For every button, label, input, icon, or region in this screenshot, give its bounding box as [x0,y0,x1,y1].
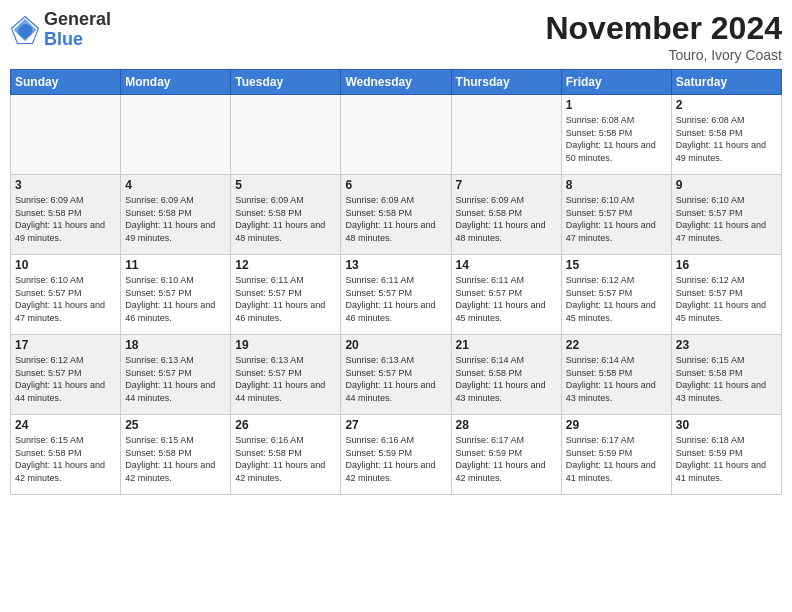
day-number: 11 [125,258,226,272]
day-number: 12 [235,258,336,272]
day-info: Sunrise: 6:12 AM Sunset: 5:57 PM Dayligh… [676,274,777,324]
calendar-header-row: SundayMondayTuesdayWednesdayThursdayFrid… [11,70,782,95]
calendar-cell: 22Sunrise: 6:14 AM Sunset: 5:58 PM Dayli… [561,335,671,415]
day-number: 6 [345,178,446,192]
day-header-thursday: Thursday [451,70,561,95]
day-number: 10 [15,258,116,272]
day-info: Sunrise: 6:13 AM Sunset: 5:57 PM Dayligh… [235,354,336,404]
day-number: 30 [676,418,777,432]
day-number: 14 [456,258,557,272]
day-number: 16 [676,258,777,272]
calendar-cell: 27Sunrise: 6:16 AM Sunset: 5:59 PM Dayli… [341,415,451,495]
month-title: November 2024 [545,10,782,47]
location-subtitle: Touro, Ivory Coast [545,47,782,63]
day-info: Sunrise: 6:08 AM Sunset: 5:58 PM Dayligh… [676,114,777,164]
day-info: Sunrise: 6:08 AM Sunset: 5:58 PM Dayligh… [566,114,667,164]
calendar-cell: 12Sunrise: 6:11 AM Sunset: 5:57 PM Dayli… [231,255,341,335]
calendar-cell: 20Sunrise: 6:13 AM Sunset: 5:57 PM Dayli… [341,335,451,415]
calendar-cell: 11Sunrise: 6:10 AM Sunset: 5:57 PM Dayli… [121,255,231,335]
day-info: Sunrise: 6:13 AM Sunset: 5:57 PM Dayligh… [345,354,446,404]
day-number: 25 [125,418,226,432]
calendar-cell: 8Sunrise: 6:10 AM Sunset: 5:57 PM Daylig… [561,175,671,255]
day-number: 27 [345,418,446,432]
day-header-tuesday: Tuesday [231,70,341,95]
calendar-cell: 4Sunrise: 6:09 AM Sunset: 5:58 PM Daylig… [121,175,231,255]
calendar-cell: 6Sunrise: 6:09 AM Sunset: 5:58 PM Daylig… [341,175,451,255]
day-info: Sunrise: 6:16 AM Sunset: 5:59 PM Dayligh… [345,434,446,484]
day-info: Sunrise: 6:10 AM Sunset: 5:57 PM Dayligh… [566,194,667,244]
day-info: Sunrise: 6:09 AM Sunset: 5:58 PM Dayligh… [125,194,226,244]
day-number: 19 [235,338,336,352]
calendar-cell [11,95,121,175]
page-header: General Blue November 2024 Touro, Ivory … [10,10,782,63]
calendar-cell: 23Sunrise: 6:15 AM Sunset: 5:58 PM Dayli… [671,335,781,415]
day-info: Sunrise: 6:11 AM Sunset: 5:57 PM Dayligh… [235,274,336,324]
logo-icon [10,15,40,45]
day-number: 22 [566,338,667,352]
calendar-cell [231,95,341,175]
calendar-cell: 21Sunrise: 6:14 AM Sunset: 5:58 PM Dayli… [451,335,561,415]
calendar-cell: 29Sunrise: 6:17 AM Sunset: 5:59 PM Dayli… [561,415,671,495]
day-number: 13 [345,258,446,272]
day-info: Sunrise: 6:16 AM Sunset: 5:58 PM Dayligh… [235,434,336,484]
day-info: Sunrise: 6:12 AM Sunset: 5:57 PM Dayligh… [566,274,667,324]
day-number: 7 [456,178,557,192]
day-header-saturday: Saturday [671,70,781,95]
day-number: 21 [456,338,557,352]
day-header-sunday: Sunday [11,70,121,95]
week-row-4: 17Sunrise: 6:12 AM Sunset: 5:57 PM Dayli… [11,335,782,415]
day-header-wednesday: Wednesday [341,70,451,95]
week-row-2: 3Sunrise: 6:09 AM Sunset: 5:58 PM Daylig… [11,175,782,255]
day-number: 18 [125,338,226,352]
calendar-cell: 1Sunrise: 6:08 AM Sunset: 5:58 PM Daylig… [561,95,671,175]
day-number: 24 [15,418,116,432]
day-number: 26 [235,418,336,432]
day-header-friday: Friday [561,70,671,95]
calendar-cell: 7Sunrise: 6:09 AM Sunset: 5:58 PM Daylig… [451,175,561,255]
calendar-cell: 19Sunrise: 6:13 AM Sunset: 5:57 PM Dayli… [231,335,341,415]
day-info: Sunrise: 6:12 AM Sunset: 5:57 PM Dayligh… [15,354,116,404]
day-number: 1 [566,98,667,112]
day-info: Sunrise: 6:11 AM Sunset: 5:57 PM Dayligh… [345,274,446,324]
day-number: 5 [235,178,336,192]
day-info: Sunrise: 6:10 AM Sunset: 5:57 PM Dayligh… [15,274,116,324]
day-info: Sunrise: 6:09 AM Sunset: 5:58 PM Dayligh… [456,194,557,244]
day-number: 4 [125,178,226,192]
day-number: 3 [15,178,116,192]
day-number: 29 [566,418,667,432]
week-row-3: 10Sunrise: 6:10 AM Sunset: 5:57 PM Dayli… [11,255,782,335]
calendar-cell: 3Sunrise: 6:09 AM Sunset: 5:58 PM Daylig… [11,175,121,255]
calendar-cell: 10Sunrise: 6:10 AM Sunset: 5:57 PM Dayli… [11,255,121,335]
day-number: 20 [345,338,446,352]
calendar-cell: 30Sunrise: 6:18 AM Sunset: 5:59 PM Dayli… [671,415,781,495]
calendar-cell: 5Sunrise: 6:09 AM Sunset: 5:58 PM Daylig… [231,175,341,255]
day-number: 23 [676,338,777,352]
calendar-cell: 2Sunrise: 6:08 AM Sunset: 5:58 PM Daylig… [671,95,781,175]
calendar-cell [121,95,231,175]
day-info: Sunrise: 6:15 AM Sunset: 5:58 PM Dayligh… [676,354,777,404]
logo-text: General Blue [44,10,111,50]
day-info: Sunrise: 6:13 AM Sunset: 5:57 PM Dayligh… [125,354,226,404]
title-area: November 2024 Touro, Ivory Coast [545,10,782,63]
week-row-1: 1Sunrise: 6:08 AM Sunset: 5:58 PM Daylig… [11,95,782,175]
calendar-cell: 25Sunrise: 6:15 AM Sunset: 5:58 PM Dayli… [121,415,231,495]
calendar-cell [451,95,561,175]
day-number: 9 [676,178,777,192]
day-info: Sunrise: 6:09 AM Sunset: 5:58 PM Dayligh… [15,194,116,244]
calendar-table: SundayMondayTuesdayWednesdayThursdayFrid… [10,69,782,495]
calendar-cell: 9Sunrise: 6:10 AM Sunset: 5:57 PM Daylig… [671,175,781,255]
day-info: Sunrise: 6:10 AM Sunset: 5:57 PM Dayligh… [676,194,777,244]
day-info: Sunrise: 6:14 AM Sunset: 5:58 PM Dayligh… [566,354,667,404]
day-number: 2 [676,98,777,112]
calendar-cell: 17Sunrise: 6:12 AM Sunset: 5:57 PM Dayli… [11,335,121,415]
day-info: Sunrise: 6:10 AM Sunset: 5:57 PM Dayligh… [125,274,226,324]
calendar-cell: 13Sunrise: 6:11 AM Sunset: 5:57 PM Dayli… [341,255,451,335]
day-number: 8 [566,178,667,192]
calendar-cell: 24Sunrise: 6:15 AM Sunset: 5:58 PM Dayli… [11,415,121,495]
day-number: 15 [566,258,667,272]
day-info: Sunrise: 6:09 AM Sunset: 5:58 PM Dayligh… [345,194,446,244]
day-header-monday: Monday [121,70,231,95]
calendar-cell: 28Sunrise: 6:17 AM Sunset: 5:59 PM Dayli… [451,415,561,495]
calendar-cell: 26Sunrise: 6:16 AM Sunset: 5:58 PM Dayli… [231,415,341,495]
day-info: Sunrise: 6:15 AM Sunset: 5:58 PM Dayligh… [15,434,116,484]
